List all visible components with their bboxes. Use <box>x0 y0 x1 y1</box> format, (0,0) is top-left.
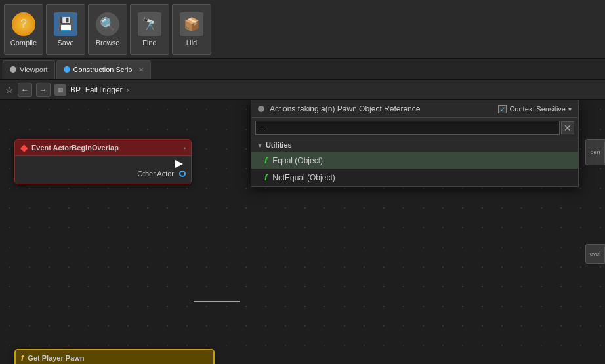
event-actor-begin-overlap-node: ◆ Event ActorBeginOverlap ▪ Other Actor <box>14 139 192 184</box>
favorite-button[interactable]: ☆ <box>5 85 14 95</box>
utilities-category[interactable]: ▼ Utilities <box>251 138 578 152</box>
event-node-header: ◆ Event ActorBeginOverlap ▪ <box>15 140 191 156</box>
find-label: Find <box>142 39 156 47</box>
category-label: Utilities <box>266 141 292 149</box>
blueprint-grid-icon: ▦ <box>54 84 66 96</box>
forward-button[interactable]: → <box>36 83 51 97</box>
pawn-node-title: Get Player Pawn <box>28 354 84 362</box>
equal-object-label: Equal (Object) <box>272 156 323 165</box>
right-partial-node-1: pen <box>585 139 605 165</box>
event-node-collapse[interactable]: ▪ <box>183 144 186 152</box>
notequal-object-label: NotEqual (Object) <box>272 173 335 182</box>
event-node-title: Event ActorBeginOverlap <box>31 144 119 152</box>
save-icon: 💾 <box>54 12 77 36</box>
tab-bar: Viewport Construction Scrip ✕ <box>0 59 605 80</box>
other-actor-label: Other Actor <box>137 170 174 178</box>
save-button[interactable]: 💾 Save <box>46 4 85 55</box>
context-sensitive-section: ✓ Context Sensitive ▾ <box>498 105 572 113</box>
compile-label: Compile <box>10 39 37 47</box>
search-clear-button[interactable]: ✕ <box>561 121 574 134</box>
toolbar: ? Compile 💾 Save 🔍 Browse 🔭 Find 📦 Hid <box>0 0 605 59</box>
find-button[interactable]: 🔭 Find <box>130 4 169 55</box>
right-partial-node-2: evel <box>585 244 605 264</box>
dropdown-arrow-icon[interactable]: ▾ <box>568 106 572 113</box>
action-dropdown-panel: Actions taking a(n) Pawn Object Referenc… <box>251 100 579 187</box>
breadcrumb-bar: ☆ ← → ▦ BP_FailTrigger › <box>0 80 605 100</box>
save-label: Save <box>57 39 73 47</box>
dropdown-header: Actions taking a(n) Pawn Object Referenc… <box>251 100 578 118</box>
dropdown-list: ▼ Utilities f Equal (Object) f NotEqual … <box>251 138 578 186</box>
browse-label: Browse <box>96 39 120 47</box>
viewport-tab-label: Viewport <box>20 66 48 73</box>
compile-icon: ? <box>12 12 35 36</box>
back-button[interactable]: ← <box>18 83 32 97</box>
context-sensitive-checkbox[interactable]: ✓ <box>498 105 507 113</box>
get-player-pawn-node: f Get Player Pawn Player Index 0 Return … <box>14 349 215 364</box>
search-bar: ✕ <box>251 118 578 138</box>
partial-label-2: evel <box>590 251 601 257</box>
find-icon: 🔭 <box>138 12 161 36</box>
dropdown-title: Actions taking a(n) Pawn Object Referenc… <box>270 104 493 113</box>
hide-label: Hid <box>186 39 198 47</box>
hide-icon: 📦 <box>180 12 203 36</box>
pawn-node-header: f Get Player Pawn <box>16 350 213 364</box>
tab-construction[interactable]: Construction Scrip ✕ <box>56 60 152 79</box>
equal-func-icon: f <box>264 155 267 165</box>
list-item[interactable]: f NotEqual (Object) <box>251 169 578 186</box>
partial-label-1: pen <box>590 149 600 155</box>
construction-tab-close[interactable]: ✕ <box>138 66 144 73</box>
browse-icon: 🔍 <box>96 12 119 36</box>
back-icon: ← <box>21 85 29 94</box>
other-actor-pin-row: Other Actor <box>20 168 186 180</box>
search-input[interactable] <box>255 121 560 135</box>
context-sensitive-label: Context Sensitive <box>509 105 566 113</box>
browse-button[interactable]: 🔍 Browse <box>88 4 127 55</box>
construction-tab-dot <box>64 66 70 73</box>
other-actor-pin[interactable] <box>179 171 186 177</box>
dropdown-header-dot <box>258 106 264 112</box>
checkbox-check-icon: ✓ <box>500 106 505 113</box>
list-item[interactable]: f Equal (Object) <box>251 152 578 169</box>
construction-tab-label: Construction Scrip <box>73 66 133 73</box>
tab-viewport[interactable]: Viewport <box>3 60 55 79</box>
notequal-func-icon: f <box>264 172 267 182</box>
breadcrumb-arrow: › <box>127 85 129 94</box>
blueprint-name[interactable]: BP_FailTrigger <box>70 85 123 94</box>
main-area: ◆ Event ActorBeginOverlap ▪ Other Actor … <box>0 100 605 364</box>
viewport-tab-dot <box>10 66 16 73</box>
hide-button[interactable]: 📦 Hid <box>172 4 211 55</box>
category-collapse-arrow: ▼ <box>257 142 263 149</box>
blueprint-canvas[interactable]: ◆ Event ActorBeginOverlap ▪ Other Actor … <box>0 100 605 364</box>
func-icon: f <box>21 353 24 363</box>
exec-output-pin[interactable] <box>20 160 186 168</box>
exec-pin-icon <box>175 160 183 168</box>
event-node-body: Other Actor <box>15 156 191 184</box>
forward-icon: → <box>39 85 47 94</box>
event-diamond-icon: ◆ <box>20 142 28 153</box>
compile-button[interactable]: ? Compile <box>4 4 43 55</box>
